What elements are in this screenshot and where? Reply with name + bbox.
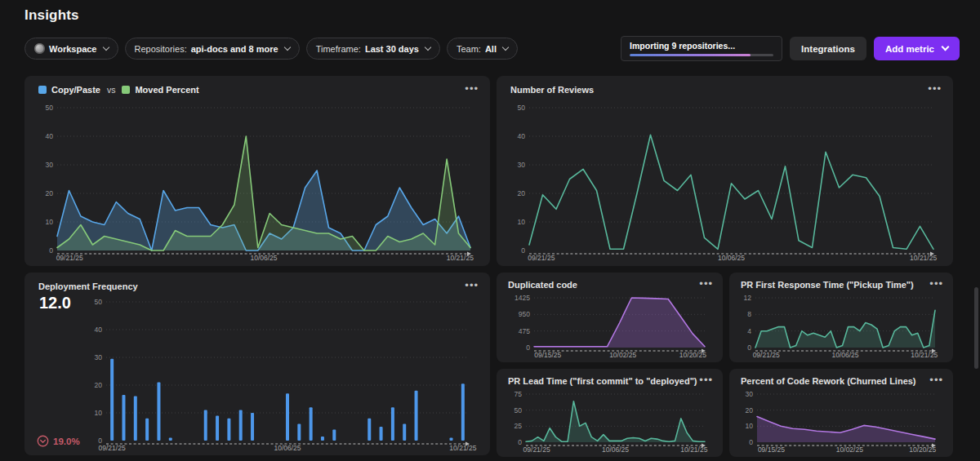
svg-text:950: 950 (519, 310, 530, 318)
team-filter-value: All (485, 44, 497, 54)
chart-legend: Copy/Paste vs Moved Percent (38, 85, 199, 95)
svg-text:50: 50 (46, 104, 54, 112)
ellipsis-menu-icon[interactable]: ••• (465, 281, 479, 290)
svg-text:8: 8 (747, 310, 751, 318)
timeframe-filter-value: Last 30 days (365, 44, 419, 54)
insights-dashboard: Insights Workspace Repositories: api-doc… (0, 0, 980, 461)
pickup-time-chart: 0481209/21/2510/06/2510/21/25 (736, 293, 947, 360)
svg-text:10/06/25: 10/06/25 (831, 351, 858, 359)
svg-text:10/02/25: 10/02/25 (836, 445, 863, 454)
svg-text:10: 10 (95, 409, 103, 417)
workspace-filter-label: Workspace (49, 44, 97, 54)
svg-text:10: 10 (518, 218, 526, 226)
svg-text:09/21/25: 09/21/25 (56, 254, 83, 262)
reviews-chart: 0102030405009/21/2510/06/2510/21/25 (506, 103, 945, 263)
card-title: Duplicated code (508, 280, 577, 290)
timeframe-filter[interactable]: Timeframe: Last 30 days (306, 38, 440, 60)
legend-label-moved-percent: Moved Percent (135, 85, 198, 95)
deployment-chart: 0102030405009/21/2510/06/2510/21/25 (82, 297, 480, 453)
svg-text:4: 4 (747, 327, 751, 335)
svg-text:75: 75 (514, 390, 523, 398)
chevron-down-icon (942, 43, 950, 51)
svg-text:30: 30 (46, 161, 54, 169)
ellipsis-menu-icon[interactable]: ••• (929, 280, 943, 288)
deployment-frequency-value: 12.0 (39, 294, 71, 313)
svg-text:475: 475 (519, 327, 530, 335)
ellipsis-menu-icon[interactable]: ••• (465, 85, 479, 93)
card-pr-first-response-time: PR First Response Time ("Pickup Time") •… (729, 273, 953, 362)
svg-text:09/15/25: 09/15/25 (758, 445, 785, 454)
svg-text:0: 0 (49, 246, 53, 255)
ellipsis-menu-icon[interactable]: ••• (929, 376, 943, 384)
svg-text:10/06/25: 10/06/25 (274, 444, 301, 452)
import-progress-panel: Importing 9 repositories... (621, 36, 782, 61)
legend-swatch-moved-percent (122, 86, 130, 94)
svg-text:40: 40 (95, 326, 103, 334)
svg-text:20: 20 (518, 189, 526, 197)
svg-text:30: 30 (95, 353, 103, 361)
svg-text:10/21/25: 10/21/25 (680, 445, 707, 454)
add-metric-button-label: Add metric (885, 44, 934, 54)
copy-paste-chart: 0102030405009/21/2510/06/2510/21/25 (34, 103, 482, 263)
svg-text:40: 40 (518, 132, 526, 140)
svg-text:09/21/25: 09/21/25 (753, 351, 780, 359)
card-title: Number of Reviews (510, 85, 594, 95)
timeframe-filter-prefix: Timeframe: (316, 44, 361, 54)
toolbar-right: Importing 9 repositories... Integrations… (621, 36, 960, 61)
code-rework-chart: 010203009/15/2510/02/2510/20/25 (736, 389, 947, 454)
ellipsis-menu-icon[interactable]: ••• (928, 85, 942, 93)
deployment-delta-badge: 19.0% (37, 435, 80, 447)
svg-text:0: 0 (518, 438, 522, 446)
svg-text:30: 30 (518, 161, 526, 169)
svg-text:20: 20 (95, 381, 103, 389)
svg-text:10/06/25: 10/06/25 (718, 254, 745, 262)
svg-text:12: 12 (744, 294, 752, 302)
svg-text:20: 20 (46, 189, 54, 197)
svg-text:0: 0 (747, 344, 751, 352)
svg-text:10/06/25: 10/06/25 (250, 254, 277, 262)
svg-text:0: 0 (749, 438, 753, 446)
ellipsis-menu-icon[interactable]: ••• (699, 280, 713, 288)
ellipsis-menu-icon[interactable]: ••• (699, 376, 713, 384)
card-percent-code-rework: Percent of Code Rework (Churned Lines) •… (729, 369, 953, 457)
svg-text:1425: 1425 (514, 294, 530, 302)
svg-text:10/21/25: 10/21/25 (449, 444, 476, 452)
svg-text:10: 10 (746, 422, 754, 430)
vertical-scrollbar[interactable] (974, 287, 978, 369)
svg-text:50: 50 (95, 298, 103, 306)
card-pr-lead-time: PR Lead Time ("first commit" to "deploye… (497, 369, 723, 457)
workspace-filter[interactable]: Workspace (24, 38, 118, 60)
svg-text:09/21/25: 09/21/25 (528, 254, 555, 262)
legend-vs-label: vs (107, 85, 116, 95)
svg-text:10/20/25: 10/20/25 (909, 445, 936, 454)
chevron-down-icon (502, 44, 509, 51)
import-progress-label: Importing 9 repositories... (630, 41, 773, 51)
repositories-filter-value: api-docs and 8 more (191, 44, 278, 54)
integrations-button[interactable]: Integrations (790, 37, 866, 60)
add-metric-button[interactable]: Add metric (874, 37, 960, 60)
svg-text:50: 50 (514, 406, 523, 414)
team-filter[interactable]: Team: All (447, 38, 518, 60)
svg-text:09/21/25: 09/21/25 (523, 445, 550, 454)
filter-bar: Workspace Repositories: api-docs and 8 m… (24, 38, 518, 60)
svg-text:30: 30 (746, 390, 754, 398)
card-title: PR First Response Time ("Pickup Time") (741, 280, 914, 290)
svg-text:09/15/25: 09/15/25 (534, 351, 561, 359)
svg-text:10/02/25: 10/02/25 (609, 351, 636, 359)
svg-text:10/21/25: 10/21/25 (911, 351, 938, 359)
svg-text:10/21/25: 10/21/25 (910, 254, 937, 262)
svg-text:10/06/25: 10/06/25 (602, 445, 629, 454)
duplicated-code-chart: 0475950142509/15/2510/02/2510/20/25 (503, 293, 716, 360)
team-filter-prefix: Team: (457, 44, 481, 54)
legend-swatch-copy-paste (38, 86, 47, 94)
card-number-of-reviews: Number of Reviews ••• 0102030405009/21/2… (497, 76, 953, 266)
svg-text:20: 20 (746, 406, 754, 414)
svg-text:10/21/25: 10/21/25 (447, 254, 474, 262)
lead-time-chart: 025507509/21/2510/06/2510/21/25 (503, 389, 716, 454)
trend-down-circle-icon (37, 435, 49, 447)
svg-text:10/20/25: 10/20/25 (679, 351, 706, 359)
card-title: PR Lead Time ("first commit" to "deploye… (508, 376, 697, 386)
import-progress-fill (630, 54, 751, 56)
repositories-filter[interactable]: Repositories: api-docs and 8 more (125, 38, 300, 60)
card-copy-paste-vs-moved: Copy/Paste vs Moved Percent ••• 01020304… (24, 76, 490, 266)
